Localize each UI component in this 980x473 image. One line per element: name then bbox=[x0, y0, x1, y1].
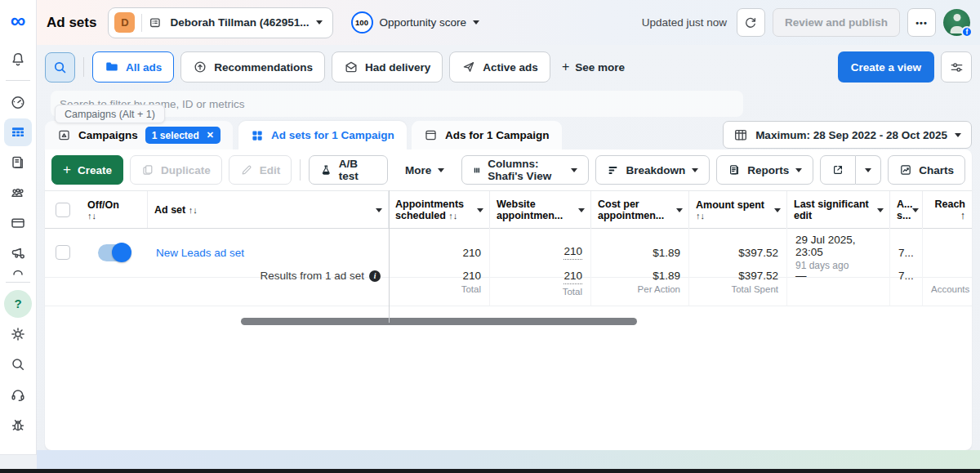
billing-card-icon[interactable] bbox=[4, 209, 32, 237]
create-button[interactable]: + Create bbox=[51, 155, 123, 185]
date-range-selector[interactable]: Maximum: 28 Sep 2022 - 28 Oct 2025 bbox=[723, 121, 972, 149]
view-settings-button[interactable] bbox=[941, 51, 972, 83]
last-edit-summary-cell: — bbox=[787, 262, 890, 306]
sidebar-divider bbox=[6, 80, 30, 81]
refresh-button[interactable] bbox=[737, 8, 765, 37]
column-header-off-on[interactable]: Off/On ↑↓ bbox=[81, 191, 148, 228]
ads-megaphone-icon[interactable] bbox=[4, 239, 32, 267]
reports-button[interactable]: Reports bbox=[716, 155, 813, 185]
chevron-down-icon bbox=[865, 168, 871, 172]
tab-ads[interactable]: Ads for 1 Campaign bbox=[412, 121, 562, 149]
selected-count-badge[interactable]: 1 selected ✕ bbox=[145, 127, 220, 144]
sort-icon: ↑↓ bbox=[189, 205, 198, 215]
screen-bottom-edge bbox=[0, 469, 980, 473]
filter-active-ads[interactable]: Active ads bbox=[449, 51, 550, 83]
tab-label: Campaigns bbox=[78, 129, 138, 141]
notifications-icon[interactable] bbox=[4, 46, 32, 74]
filter-label: Active ads bbox=[483, 61, 538, 74]
score-label: Opportunity score bbox=[380, 16, 467, 29]
filter-all-ads[interactable]: All ads bbox=[92, 51, 174, 83]
reach-summary-cell: Accounts bbox=[923, 262, 978, 306]
tab-ad-sets[interactable]: Ad sets for 1 Campaign bbox=[238, 121, 407, 149]
breakdown-icon bbox=[607, 164, 619, 176]
account-selector[interactable]: D Deborah Tillman (462951... bbox=[108, 7, 332, 38]
audiences-icon[interactable] bbox=[4, 179, 32, 207]
see-more-filters[interactable]: + See more bbox=[557, 60, 630, 74]
bug-report-icon[interactable] bbox=[4, 411, 32, 439]
left-nav-sidebar: ∞ ? bbox=[0, 0, 37, 455]
review-and-publish-button[interactable]: Review and publish bbox=[773, 8, 900, 37]
more-menu-button[interactable]: More bbox=[394, 155, 455, 185]
columns-icon bbox=[473, 164, 481, 176]
facebook-badge-icon: f bbox=[961, 26, 973, 38]
search-icon bbox=[52, 60, 68, 75]
filter-recommendations[interactable]: Recommendations bbox=[180, 51, 325, 83]
select-all-checkbox[interactable] bbox=[56, 203, 70, 217]
campaigns-table-icon[interactable] bbox=[4, 118, 32, 146]
results-label-cell: Results from 1 ad set i bbox=[148, 262, 389, 306]
copy-icon bbox=[141, 163, 154, 176]
insights-gauge-icon[interactable] bbox=[4, 88, 32, 116]
filter-had-delivery[interactable]: Had delivery bbox=[332, 51, 443, 83]
duplicate-button[interactable]: Duplicate bbox=[130, 155, 222, 185]
circle-arrow-icon bbox=[193, 60, 207, 74]
pencil-icon bbox=[240, 163, 253, 176]
chevron-down-icon bbox=[774, 208, 781, 212]
settings-gear-icon[interactable] bbox=[4, 320, 32, 348]
clear-selection-icon[interactable]: ✕ bbox=[207, 130, 214, 141]
chevron-down-icon bbox=[473, 20, 479, 25]
pages-icon[interactable] bbox=[4, 149, 32, 176]
column-header-appointments-scheduled[interactable]: Appointments scheduled ↑↓ bbox=[389, 191, 490, 228]
search-filter-button[interactable] bbox=[45, 52, 75, 83]
column-header-attribution-truncated[interactable]: A... s... bbox=[890, 191, 923, 228]
horizontal-scrollbar[interactable] bbox=[241, 318, 637, 325]
breakdown-button[interactable]: Breakdown bbox=[595, 155, 710, 185]
info-icon[interactable]: i bbox=[369, 270, 381, 282]
chevron-down-icon bbox=[676, 208, 683, 212]
calendar-icon bbox=[733, 127, 748, 142]
row-checkbox[interactable] bbox=[56, 245, 70, 260]
profile-avatar[interactable]: f bbox=[943, 9, 970, 36]
tab-campaigns[interactable]: Campaigns 1 selected ✕ bbox=[45, 121, 233, 149]
filter-label: All ads bbox=[126, 61, 162, 74]
envelope-icon bbox=[344, 60, 359, 74]
chevron-down-icon bbox=[692, 168, 698, 172]
column-header-amount-spent[interactable]: Amount spent ↑↓ bbox=[689, 191, 787, 228]
website-total-cell: 210 Total bbox=[490, 262, 591, 306]
export-button[interactable] bbox=[820, 155, 856, 185]
help-icon[interactable]: ? bbox=[4, 290, 32, 318]
chevron-down-icon bbox=[912, 208, 919, 212]
updated-status: Updated just now bbox=[642, 16, 727, 29]
edit-button[interactable]: Edit bbox=[229, 155, 292, 185]
create-a-view-button[interactable]: Create a view bbox=[838, 51, 934, 83]
export-options-button[interactable] bbox=[856, 155, 881, 185]
filter-label: Had delivery bbox=[365, 61, 430, 74]
overflow-menu-button[interactable]: ••• bbox=[907, 8, 936, 37]
divider bbox=[141, 14, 142, 32]
charts-button[interactable]: Charts bbox=[888, 155, 965, 185]
search-icon[interactable] bbox=[4, 350, 32, 378]
column-header-ad-set[interactable]: Ad set ↑↓ bbox=[148, 191, 389, 228]
support-headset-icon[interactable] bbox=[4, 381, 32, 408]
results-summary-row: Results from 1 ad set i 210 Total 210 To… bbox=[45, 262, 972, 306]
ads-frame-icon bbox=[424, 128, 438, 142]
filter-label: Recommendations bbox=[214, 61, 313, 74]
column-header-website-appointments[interactable]: Website appointmen... bbox=[490, 191, 591, 228]
column-header-reach[interactable]: Reach ↑ bbox=[923, 191, 972, 228]
meta-logo[interactable]: ∞ bbox=[11, 11, 26, 29]
help-glyph: ? bbox=[14, 297, 21, 310]
off-on-toggle[interactable] bbox=[98, 244, 131, 261]
sort-icon: ↑↓ bbox=[696, 211, 780, 221]
column-header-cost-per-appointment[interactable]: Cost per appointmen... bbox=[591, 191, 689, 228]
columns-button[interactable]: Columns: Shafi's View bbox=[461, 155, 589, 185]
total-spent-cell: $397.52 Total Spent bbox=[689, 262, 787, 306]
ellipsis-icon: ••• bbox=[915, 18, 928, 28]
ad-set-name-link[interactable]: New Leads ad set bbox=[156, 247, 381, 259]
column-header-last-significant-edit[interactable]: Last significant edit bbox=[787, 191, 890, 228]
see-more-label: See more bbox=[575, 61, 625, 74]
reports-icon bbox=[728, 163, 741, 176]
opportunity-score[interactable]: 100 Opportunity score bbox=[351, 11, 480, 33]
table-header-row: Off/On ↑↓ Ad set ↑↓ Appointments schedul… bbox=[45, 190, 972, 229]
score-ring: 100 bbox=[351, 11, 373, 33]
ab-test-button[interactable]: A/B test bbox=[309, 155, 388, 185]
